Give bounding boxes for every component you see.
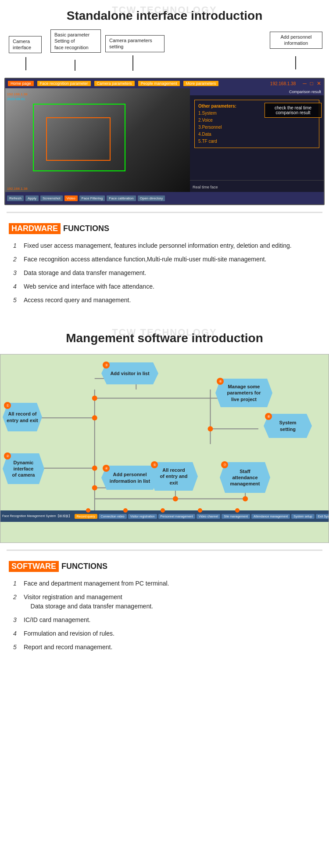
btn-face-filtering[interactable]: Face Filtering	[79, 195, 105, 201]
toolbar-btn-more[interactable]: More parameters	[183, 81, 219, 86]
btn-screenshot[interactable]: Screenshot	[40, 195, 62, 201]
mockup-video-feed: 192.168.1.38 192.168.1.38 2023-09-01	[5, 88, 190, 192]
node-4-num: ④	[103, 465, 110, 472]
hw-func-1: 1 Fixed user access management, features…	[13, 241, 320, 250]
node-8-num: ⑧	[265, 413, 272, 420]
svg-point-20	[208, 426, 213, 431]
realtime-face-label: Real time face	[190, 180, 324, 192]
btn-apply[interactable]: Apply	[25, 195, 39, 201]
svg-point-15	[92, 396, 97, 401]
close-icon[interactable]: ✕	[317, 80, 321, 87]
mgmt-tab-2[interactable]: Visitor registration	[128, 514, 157, 519]
standalone-section: TCW TECHNOLOGY Standalone interface intr…	[0, 0, 329, 318]
software-heading: SOFTWARE FUNCTIONS	[0, 557, 329, 575]
mockup-bottom-toolbar: Refresh Apply Screenshot Video Face Filt…	[5, 192, 324, 204]
mgmt-tab-4[interactable]: Video channel	[197, 514, 220, 519]
mgmt-tab-7[interactable]: System setup	[291, 514, 314, 519]
management-title: Mangement software introduction	[0, 322, 329, 350]
maximize-icon[interactable]: □	[310, 80, 313, 87]
camera-interface-label: Camerainterface	[9, 36, 42, 53]
hardware-divider	[7, 212, 322, 213]
basic-parameter-label: Basic parameterSetting offace recognitio…	[50, 29, 101, 53]
toolbar-btn-people[interactable]: People management	[138, 81, 180, 86]
toolbar-circle-5	[235, 508, 240, 513]
hw-func-3: 3 Data storage and data transfer managem…	[13, 268, 320, 278]
param-item-5: 5.TF card	[198, 138, 315, 145]
mgmt-tab-8[interactable]: Exit System	[316, 514, 329, 519]
hw-func-5: 5 Access record query and management.	[13, 296, 320, 305]
hardware-function-list: 1 Fixed user access management, features…	[0, 238, 329, 318]
comparison-result-header: Comparison result	[190, 88, 324, 95]
toolbar-circle-3	[161, 508, 165, 513]
sw-func-4: 4 Formulation and revision of rules.	[13, 629, 320, 638]
node-2-num: ②	[4, 452, 11, 459]
software-function-list: 1 Face and department management from PC…	[0, 575, 329, 665]
hw-func-2: 2 Face recognition access attendance fun…	[13, 255, 320, 264]
standalone-screen-container: Camerainterface Basic parameterSetting o…	[4, 27, 325, 205]
btn-open-directory[interactable]: Open directory	[138, 195, 165, 201]
node-3: Add visitor in list	[101, 362, 158, 384]
sw-func-1: 1 Face and department management from PC…	[13, 579, 320, 588]
node-3-num: ③	[103, 362, 110, 369]
hw-func-4: 4 Web service and interface with face at…	[13, 282, 320, 291]
toolbar-circle-4	[198, 508, 202, 513]
annotation-area: Camerainterface Basic parameterSetting o…	[4, 27, 325, 78]
management-diagram: All record ofentry and exit ① Dynamicint…	[0, 354, 329, 543]
hardware-rest: FUNCTIONS	[63, 224, 109, 233]
management-section: TCW TECHNOLOGY Mangement software introd…	[0, 322, 329, 665]
mgmt-toolbar: Face Recognition Management System【标准版】 …	[0, 510, 329, 522]
toolbar-circle-2	[123, 508, 128, 513]
hardware-highlight: HARDWARE	[9, 223, 61, 234]
mgmt-tab-1[interactable]: Connection video	[99, 514, 127, 519]
software-rest: FUNCTIONS	[61, 562, 107, 571]
ip-overlay: 192.168.1.38	[7, 187, 28, 191]
node-7-num: ⑦	[221, 461, 228, 468]
node-4: Add personnelinformation in list	[101, 466, 158, 490]
param-item-3: 3.Personnel	[198, 124, 315, 131]
sw-func-3: 3 IC/ID card management.	[13, 615, 320, 625]
basic-param-arrow	[75, 60, 75, 71]
check-realtime-label: check the real timecomparison result	[265, 103, 322, 118]
svg-point-17	[92, 466, 97, 471]
btn-face-calibration[interactable]: Face calibration	[107, 195, 136, 201]
svg-point-16	[92, 415, 97, 420]
mockup-side-panel: Comparison result Other parameters: 1.Sy…	[190, 88, 324, 192]
sw-func-2: 2 Visitor registration and management Da…	[13, 593, 320, 611]
param-item-2: 2.Voice	[198, 117, 315, 124]
mgmt-tab-5[interactable]: Site management	[222, 514, 250, 519]
svg-point-19	[173, 496, 178, 501]
software-highlight: SOFTWARE	[9, 561, 59, 572]
node-1-num: ①	[4, 402, 11, 409]
btn-refresh[interactable]: Refresh	[7, 195, 24, 201]
add-personnel-label: Add personnelinformation	[270, 32, 322, 49]
add-personnel-arrow	[295, 56, 296, 69]
mgmt-tab-3[interactable]: Personnel management	[158, 514, 195, 519]
toolbar-btn-face-recog[interactable]: Face recognition parameter	[37, 81, 91, 86]
mgmt-toolbar-title: Face Recognition Management System【标准版】	[2, 514, 72, 518]
video-overlay-text: 192.168.1.38 2023-09-01	[7, 92, 28, 101]
sw-func-5: 5 Report and record management.	[13, 643, 320, 652]
svg-point-18	[92, 485, 97, 491]
screen-mockup: Home page Face recognition parameter Cam…	[4, 78, 325, 205]
mockup-toolbar: Home page Face recognition parameter Cam…	[5, 79, 324, 88]
hardware-heading: HARDWARE FUNCTIONS	[0, 220, 329, 238]
node-6-num: ⑥	[217, 378, 224, 385]
mgmt-tab-6[interactable]: Attendance management	[251, 514, 290, 519]
toolbar-btn-camera[interactable]: Camera parameters	[94, 81, 135, 86]
minimize-icon[interactable]: ─	[303, 80, 307, 87]
mockup-ip: 192.168.1.38	[270, 81, 296, 86]
btn-video[interactable]: Video	[64, 195, 78, 201]
param-item-4: 4.Data	[198, 131, 315, 138]
software-divider	[7, 550, 322, 551]
face-inner-box	[46, 117, 111, 161]
node-5-num: ⑤	[151, 461, 158, 468]
mgmt-tab-0[interactable]: Record query	[75, 514, 97, 519]
node-6: Manage someparameters forlive project	[215, 379, 272, 407]
camera-params-arrow	[132, 55, 133, 71]
camera-params-label: Camera parameterssetting	[105, 35, 164, 52]
toolbar-btn-home[interactable]: Home page	[8, 81, 34, 86]
mockup-content: 192.168.1.38 192.168.1.38 2023-09-01 Com…	[5, 88, 324, 192]
camera-arrow	[25, 57, 26, 70]
svg-point-21	[243, 496, 248, 501]
toolbar-circle-1	[86, 508, 90, 513]
